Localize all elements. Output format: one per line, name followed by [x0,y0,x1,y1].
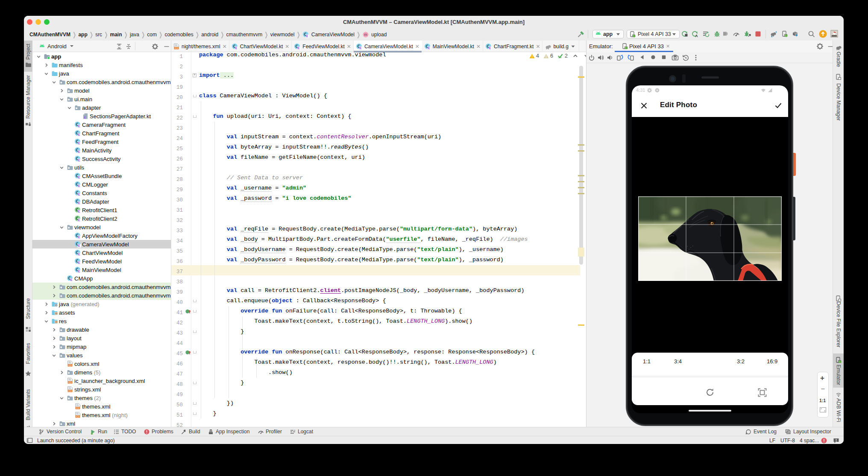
svg-text:<>: <> [175,47,178,50]
svg-text:<>: <> [76,415,79,418]
svg-text:<>: <> [68,381,72,384]
svg-text:m: m [364,32,368,37]
svg-text:<>: <> [68,364,72,367]
svg-text:<>: <> [76,407,79,410]
svg-text:<>: <> [68,390,72,393]
svg-text:A: A [695,34,698,38]
